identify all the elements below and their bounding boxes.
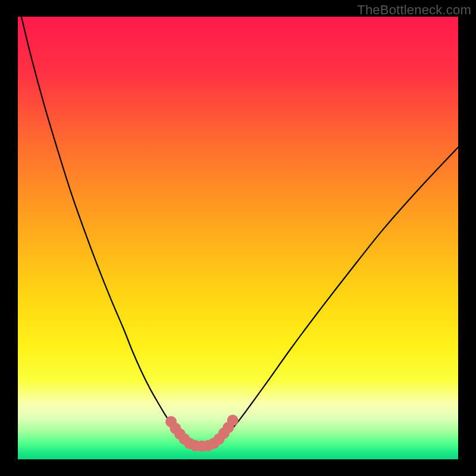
chart-svg — [18, 17, 458, 459]
chart-frame: TheBottleneck.com — [0, 0, 476, 476]
plot-area — [18, 17, 458, 459]
highlight-dot — [227, 415, 239, 426]
watermark-text: TheBottleneck.com — [357, 2, 471, 18]
gradient-background — [18, 17, 458, 459]
